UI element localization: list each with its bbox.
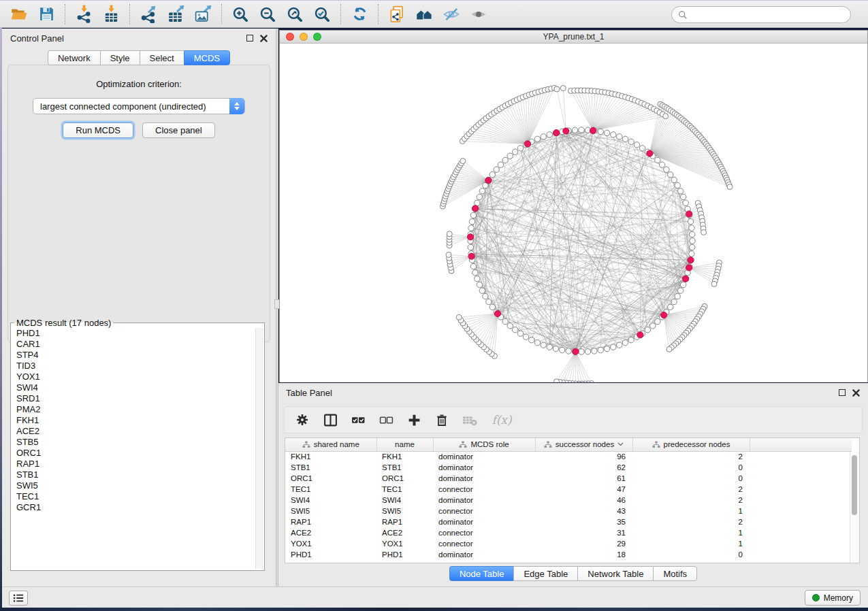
graph-node[interactable] bbox=[472, 270, 478, 276]
add-column-button[interactable] bbox=[406, 412, 422, 428]
network-window-titlebar[interactable]: YPA_prune.txt_1 bbox=[280, 31, 867, 44]
graph-node[interactable] bbox=[690, 231, 695, 237]
column-header-name[interactable]: name bbox=[376, 438, 433, 451]
table-row[interactable]: ORC1ORC1dominator610 bbox=[285, 473, 852, 484]
graph-node[interactable] bbox=[572, 127, 577, 133]
graph-node[interactable] bbox=[645, 327, 650, 333]
graph-node[interactable] bbox=[547, 344, 552, 350]
mcds-result-item[interactable]: FKH1 bbox=[11, 415, 264, 426]
graph-mcds-hub-node[interactable] bbox=[683, 276, 689, 282]
graph-node[interactable] bbox=[470, 212, 476, 218]
graph-leaf-node[interactable] bbox=[447, 231, 452, 237]
refresh-button[interactable] bbox=[346, 3, 373, 26]
table-scrollbar-thumb[interactable] bbox=[852, 455, 857, 515]
graph-node[interactable] bbox=[675, 182, 680, 188]
graph-node[interactable] bbox=[534, 136, 540, 142]
graph-node[interactable] bbox=[468, 244, 473, 250]
graph-node[interactable] bbox=[494, 167, 499, 172]
graph-node[interactable] bbox=[689, 251, 694, 257]
graph-node[interactable] bbox=[683, 200, 688, 205]
table-row[interactable]: PHD1PHD1dominator180 bbox=[285, 549, 852, 560]
graph-node[interactable] bbox=[475, 200, 480, 205]
graph-node[interactable] bbox=[559, 347, 564, 352]
tab-node-table[interactable]: Node Table bbox=[449, 566, 514, 581]
graph-leaf-node[interactable] bbox=[727, 184, 733, 190]
table-scrollbar[interactable] bbox=[850, 452, 858, 563]
graph-node[interactable] bbox=[469, 218, 475, 224]
graph-node[interactable] bbox=[668, 304, 673, 310]
graph-node[interactable] bbox=[534, 340, 540, 345]
graph-node[interactable] bbox=[655, 157, 660, 163]
mcds-result-item[interactable]: ORC1 bbox=[11, 448, 264, 459]
graph-node[interactable] bbox=[650, 323, 656, 329]
graph-node[interactable] bbox=[639, 146, 645, 151]
open-file-button[interactable] bbox=[5, 3, 33, 26]
table-row[interactable]: RAP1RAP1dominator352 bbox=[285, 516, 852, 527]
graph-node[interactable] bbox=[541, 134, 546, 139]
graph-node[interactable] bbox=[585, 349, 590, 354]
graph-node[interactable] bbox=[604, 130, 609, 135]
graph-node[interactable] bbox=[541, 342, 546, 348]
graph-node[interactable] bbox=[579, 349, 584, 354]
delete-column-button[interactable] bbox=[434, 412, 450, 428]
graph-node[interactable] bbox=[479, 188, 485, 194]
graph-mcds-hub-node[interactable] bbox=[686, 265, 692, 271]
mcds-result-item[interactable]: TEC1 bbox=[11, 491, 264, 502]
column-header-mcds-role[interactable]: MCDS role bbox=[433, 438, 535, 451]
graph-node[interactable] bbox=[611, 132, 616, 137]
table-settings-button[interactable] bbox=[294, 412, 310, 428]
select-all-button[interactable] bbox=[350, 412, 366, 428]
graph-mcds-hub-node[interactable] bbox=[573, 348, 579, 354]
save-session-button[interactable] bbox=[33, 3, 60, 26]
graph-mcds-hub-node[interactable] bbox=[688, 257, 694, 263]
column-header-shared-name[interactable]: shared name bbox=[285, 438, 376, 451]
table-row[interactable]: SWI5SWI5connector431 bbox=[285, 506, 852, 516]
search-input[interactable] bbox=[692, 10, 844, 20]
graph-node[interactable] bbox=[502, 318, 508, 324]
graph-mcds-hub-node[interactable] bbox=[524, 141, 530, 147]
tab-style[interactable]: Style bbox=[100, 50, 140, 65]
float-panel-icon[interactable] bbox=[839, 389, 846, 396]
graph-node[interactable] bbox=[671, 177, 677, 182]
tab-motifs[interactable]: Motifs bbox=[653, 566, 697, 581]
mcds-result-item[interactable]: STP4 bbox=[11, 350, 264, 361]
tab-edge-table[interactable]: Edge Table bbox=[513, 566, 577, 581]
mcds-list-scrollbar[interactable] bbox=[255, 328, 263, 569]
close-panel-button[interactable]: Close panel bbox=[142, 122, 215, 138]
graph-node[interactable] bbox=[507, 323, 513, 329]
mcds-result-item[interactable]: ACE2 bbox=[11, 426, 264, 437]
mcds-result-item[interactable]: PHD1 bbox=[11, 328, 264, 339]
mcds-result-item[interactable]: PMA2 bbox=[11, 404, 264, 415]
zoom-fit-button[interactable] bbox=[281, 3, 308, 26]
tab-mcds[interactable]: MCDS bbox=[184, 50, 230, 65]
graph-leaf-node[interactable] bbox=[560, 86, 566, 91]
column-header-predecessor-nodes[interactable]: predecessor nodes bbox=[632, 438, 750, 451]
mcds-result-item[interactable]: STB5 bbox=[11, 437, 264, 448]
network-canvas[interactable] bbox=[280, 44, 867, 382]
optimization-criterion-select[interactable]: largest connected component (undirected) bbox=[33, 98, 245, 114]
graph-node[interactable] bbox=[468, 225, 474, 231]
column-header-successor-nodes[interactable]: successor nodes bbox=[535, 438, 632, 451]
graph-node[interactable] bbox=[622, 340, 628, 345]
table-row[interactable]: FKH1FKH1dominator962 bbox=[285, 451, 852, 462]
graph-node[interactable] bbox=[611, 344, 616, 350]
duplicate-network-button[interactable] bbox=[383, 3, 411, 26]
graph-leaf-node[interactable] bbox=[711, 281, 717, 286]
graph-node[interactable] bbox=[477, 194, 482, 199]
graph-mcds-hub-node[interactable] bbox=[485, 178, 492, 184]
import-network-button[interactable] bbox=[70, 3, 97, 26]
graph-node[interactable] bbox=[622, 136, 628, 142]
table-row[interactable]: YOX1YOX1connector291 bbox=[285, 538, 852, 549]
tab-network[interactable]: Network bbox=[48, 50, 100, 65]
graph-node[interactable] bbox=[486, 299, 492, 304]
tab-select[interactable]: Select bbox=[140, 50, 184, 65]
graph-node[interactable] bbox=[634, 142, 639, 148]
graph-node[interactable] bbox=[477, 282, 482, 287]
graph-mcds-hub-node[interactable] bbox=[647, 150, 653, 156]
graph-node[interactable] bbox=[688, 218, 693, 224]
graph-node[interactable] bbox=[659, 162, 664, 167]
graph-node[interactable] bbox=[475, 276, 480, 282]
graph-node[interactable] bbox=[690, 238, 695, 244]
graph-node[interactable] bbox=[529, 337, 534, 342]
graph-mcds-hub-node[interactable] bbox=[553, 130, 560, 136]
